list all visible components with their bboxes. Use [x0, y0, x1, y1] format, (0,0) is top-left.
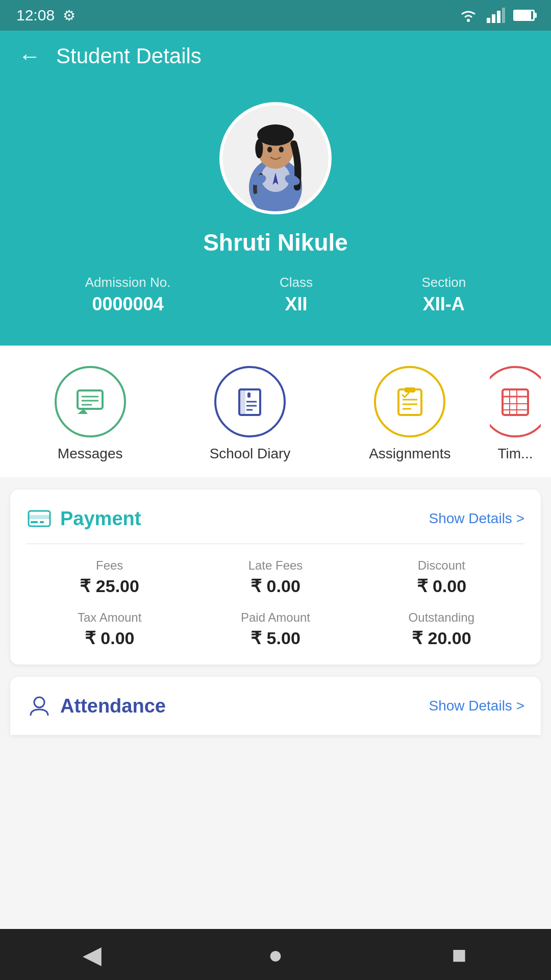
svg-point-12	[267, 146, 272, 152]
svg-rect-16	[78, 390, 103, 409]
discount-label: Discount	[418, 558, 465, 573]
admission-value: 0000004	[92, 293, 164, 315]
avatar	[219, 102, 332, 214]
discount-cell: Discount ₹ 0.00	[359, 558, 524, 596]
paid-amount-cell: Paid Amount ₹ 5.00	[192, 610, 358, 648]
school-diary-icon	[233, 385, 266, 419]
assignments-icon-circle	[374, 366, 445, 437]
svg-rect-4	[502, 8, 505, 23]
status-time: 12:08	[16, 7, 55, 24]
timetable-label: Tim...	[498, 446, 533, 462]
nav-recents-button[interactable]: ■	[439, 934, 480, 975]
class-info: Class XII	[280, 275, 313, 315]
page-title: Student Details	[56, 44, 202, 68]
svg-rect-23	[247, 393, 251, 398]
status-icons	[458, 8, 535, 23]
section-info: Section XII-A	[421, 275, 466, 315]
payment-grid: Fees ₹ 25.00 Late Fees ₹ 0.00 Discount ₹…	[27, 558, 524, 648]
student-info-row: Admission No. 0000004 Class XII Section …	[0, 275, 551, 315]
paid-amount-label: Paid Amount	[241, 610, 310, 625]
status-bar: 12:08 ⚙	[0, 0, 551, 31]
battery-icon	[513, 10, 535, 21]
svg-rect-32	[503, 389, 528, 415]
section-value: XII-A	[423, 293, 465, 315]
svg-rect-28	[405, 387, 415, 393]
attendance-show-details[interactable]: Show Details >	[429, 698, 524, 714]
tax-amount-cell: Tax Amount ₹ 0.00	[27, 610, 192, 648]
late-fees-label: Late Fees	[248, 558, 303, 573]
admission-label: Admission No.	[85, 275, 171, 290]
attendance-title: Attendance	[60, 695, 166, 717]
payment-card-header: Payment Show Details >	[27, 506, 524, 531]
menu-row: Messages School Diary	[0, 346, 551, 477]
payment-icon	[27, 506, 52, 531]
menu-item-assignments[interactable]: Assignments	[330, 366, 490, 462]
back-button[interactable]: ←	[18, 45, 41, 67]
tax-amount-value: ₹ 0.00	[85, 628, 135, 648]
attendance-icon	[27, 693, 52, 719]
payment-divider	[27, 544, 524, 544]
school-diary-icon-circle	[214, 366, 286, 437]
wifi-icon	[458, 8, 479, 23]
attendance-card: Attendance Show Details >	[10, 677, 541, 735]
outstanding-label: Outstanding	[409, 610, 474, 625]
class-label: Class	[280, 275, 313, 290]
assignments-label: Assignments	[369, 446, 450, 462]
svg-rect-39	[29, 515, 50, 519]
svg-rect-40	[31, 521, 38, 523]
paid-amount-value: ₹ 5.00	[251, 628, 300, 648]
tax-amount-label: Tax Amount	[78, 610, 141, 625]
svg-rect-22	[239, 389, 245, 415]
admission-info: Admission No. 0000004	[85, 275, 171, 315]
menu-item-messages[interactable]: Messages	[10, 366, 170, 462]
svg-point-42	[34, 697, 44, 707]
school-diary-label: School Diary	[210, 446, 291, 462]
messages-icon	[73, 385, 107, 419]
fees-value: ₹ 25.00	[80, 576, 139, 596]
svg-rect-1	[487, 18, 490, 23]
bottom-nav: ◀ ● ■	[0, 929, 551, 980]
outstanding-cell: Outstanding ₹ 20.00	[359, 610, 524, 648]
fees-label: Fees	[96, 558, 123, 573]
svg-point-0	[467, 19, 470, 22]
settings-icon: ⚙	[63, 7, 76, 24]
class-value: XII	[285, 293, 307, 315]
payment-title: Payment	[60, 508, 141, 530]
signal-icon	[487, 8, 505, 23]
svg-rect-3	[497, 11, 500, 23]
svg-point-13	[279, 146, 284, 152]
menu-item-timetable[interactable]: Tim...	[490, 366, 541, 462]
menu-item-school-diary[interactable]: School Diary	[170, 366, 330, 462]
timetable-icon-circle	[490, 366, 541, 437]
messages-icon-circle	[55, 366, 126, 437]
payment-show-details[interactable]: Show Details >	[429, 510, 524, 527]
messages-label: Messages	[58, 446, 123, 462]
discount-value: ₹ 0.00	[417, 576, 467, 596]
late-fees-cell: Late Fees ₹ 0.00	[192, 558, 358, 596]
outstanding-value: ₹ 20.00	[412, 628, 471, 648]
svg-point-11	[255, 139, 263, 158]
svg-rect-2	[492, 14, 495, 23]
attendance-title-group: Attendance	[27, 693, 166, 719]
nav-back-button[interactable]: ◀	[71, 934, 112, 975]
assignments-icon	[393, 385, 427, 419]
top-bar: ← Student Details	[0, 31, 551, 82]
payment-card: Payment Show Details > Fees ₹ 25.00 Late…	[10, 489, 541, 665]
timetable-icon	[498, 385, 532, 419]
student-illustration	[222, 102, 329, 214]
svg-point-10	[257, 125, 294, 146]
student-name: Shruti Nikule	[203, 229, 348, 256]
payment-title-group: Payment	[27, 506, 141, 531]
nav-home-button[interactable]: ●	[255, 934, 296, 975]
profile-header: Shruti Nikule Admission No. 0000004 Clas…	[0, 82, 551, 346]
section-label: Section	[421, 275, 466, 290]
fees-cell: Fees ₹ 25.00	[27, 558, 192, 596]
late-fees-value: ₹ 0.00	[251, 576, 300, 596]
svg-rect-27	[398, 389, 421, 415]
svg-rect-41	[40, 521, 44, 523]
attendance-card-header: Attendance Show Details >	[27, 693, 524, 719]
